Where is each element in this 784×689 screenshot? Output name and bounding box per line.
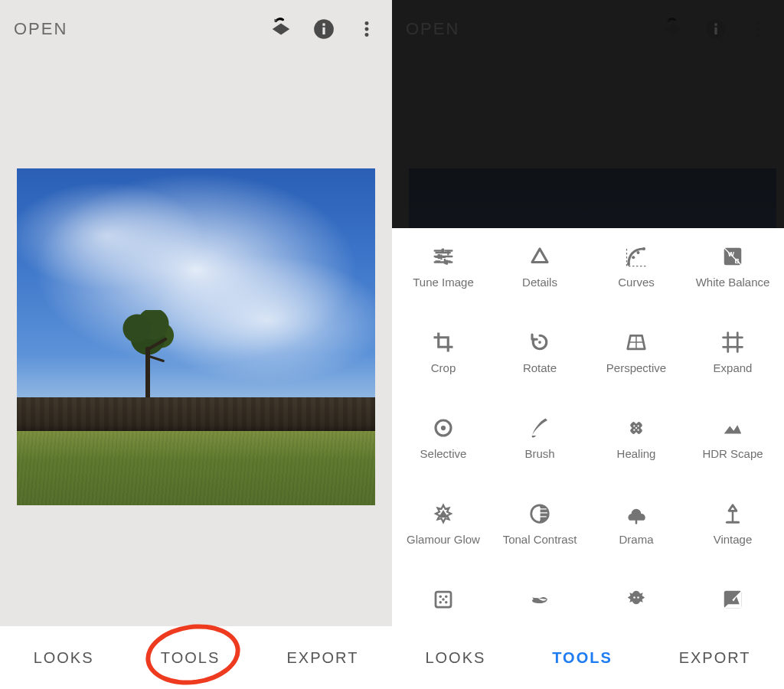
- tab-export[interactable]: EXPORT: [679, 626, 751, 689]
- tool-healing[interactable]: Healing: [588, 409, 684, 479]
- tool-label: Curves: [618, 276, 655, 302]
- tool-label: Selective: [420, 447, 467, 473]
- cloud-icon: [623, 501, 649, 527]
- tool-perspective[interactable]: Perspective: [588, 323, 684, 393]
- screen-tools-open: OPEN Tune Image Details Curves White Bal…: [392, 0, 784, 689]
- bottom-nav: LOOKS TOOLS EXPORT: [392, 626, 784, 689]
- expand-icon: [720, 329, 746, 355]
- side-by-side-container: OPEN LOOKS TOOLS EXPORT: [0, 0, 784, 689]
- tab-tools[interactable]: TOOLS: [552, 626, 612, 689]
- tab-export[interactable]: EXPORT: [286, 626, 358, 689]
- curves-icon: [623, 243, 649, 269]
- dice-icon: [430, 586, 456, 612]
- tool-label: Tune Image: [413, 276, 474, 302]
- tool-label: Glamour Glow: [407, 533, 480, 559]
- bandage-icon: [623, 415, 649, 441]
- tool-label: Drama: [619, 533, 653, 559]
- top-bar-actions: [270, 18, 378, 41]
- sliders-icon: [430, 243, 456, 269]
- edit-stack-icon[interactable]: [270, 18, 292, 41]
- tool-glamour-glow[interactable]: Glamour Glow: [395, 495, 492, 565]
- tool-selective[interactable]: Selective: [395, 409, 492, 479]
- tools-grid: Tune Image Details Curves White Balance …: [392, 228, 784, 626]
- tool-label: Vintage: [714, 533, 753, 559]
- tool-label: Tonal Contrast: [503, 533, 577, 559]
- tab-looks[interactable]: LOOKS: [34, 626, 94, 689]
- tool-vintage[interactable]: Vintage: [684, 495, 781, 565]
- triangle-icon: [527, 243, 553, 269]
- tools-sheet: Tune Image Details Curves White Balance …: [392, 228, 784, 626]
- tool-label: HDR Scape: [702, 447, 763, 473]
- tab-tools[interactable]: TOOLS: [161, 626, 220, 689]
- tool-black-and-white[interactable]: [684, 580, 781, 626]
- brush-icon: [527, 415, 553, 441]
- tool-crop[interactable]: Crop: [395, 323, 492, 393]
- crop-icon: [430, 329, 456, 355]
- tool-label: Expand: [714, 361, 753, 387]
- tool-rotate[interactable]: Rotate: [492, 323, 588, 393]
- scrim[interactable]: [392, 0, 784, 228]
- screen-main: OPEN LOOKS TOOLS EXPORT: [0, 0, 392, 689]
- splat-icon: [623, 586, 649, 612]
- photo-preview: [17, 168, 375, 505]
- info-icon[interactable]: [312, 18, 335, 41]
- mountains-icon: [720, 415, 746, 441]
- more-vert-icon[interactable]: [355, 18, 378, 41]
- open-button[interactable]: OPEN: [14, 19, 67, 39]
- tool-details[interactable]: Details: [492, 237, 588, 308]
- tool-label: Crop: [431, 361, 456, 387]
- tool-label: Rotate: [523, 361, 557, 387]
- tool-brush[interactable]: Brush: [492, 409, 588, 479]
- pushpin-icon: [720, 501, 746, 527]
- tool-tune-image[interactable]: Tune Image: [395, 237, 492, 308]
- tool-retrolux[interactable]: [492, 580, 588, 626]
- bw-icon: [720, 586, 746, 612]
- tool-label: Details: [522, 276, 557, 302]
- image-canvas[interactable]: [17, 168, 375, 505]
- mustache-icon: [527, 586, 553, 612]
- tab-looks[interactable]: LOOKS: [425, 626, 485, 689]
- tool-tonal-contrast[interactable]: Tonal Contrast: [492, 495, 588, 565]
- tool-drama[interactable]: Drama: [588, 495, 684, 565]
- tool-expand[interactable]: Expand: [684, 323, 781, 393]
- tool-hdr-scape[interactable]: HDR Scape: [684, 409, 781, 479]
- target-icon: [430, 415, 456, 441]
- top-bar: OPEN: [0, 0, 392, 58]
- tool-label: Brush: [524, 447, 554, 473]
- tool-label: White Balance: [696, 276, 770, 302]
- tool-white-balance[interactable]: White Balance: [684, 237, 781, 308]
- tool-label: Perspective: [606, 361, 666, 387]
- tool-curves[interactable]: Curves: [588, 237, 684, 308]
- tool-label: Healing: [617, 447, 656, 473]
- perspective-icon: [623, 329, 649, 355]
- tool-grunge[interactable]: [588, 580, 684, 626]
- rotate-icon: [527, 329, 553, 355]
- sparkle-icon: [430, 501, 456, 527]
- bottom-nav: LOOKS TOOLS EXPORT: [0, 626, 392, 689]
- wb-icon: [720, 243, 746, 269]
- tool-grainy-film[interactable]: [395, 580, 492, 626]
- contrast-icon: [527, 501, 553, 527]
